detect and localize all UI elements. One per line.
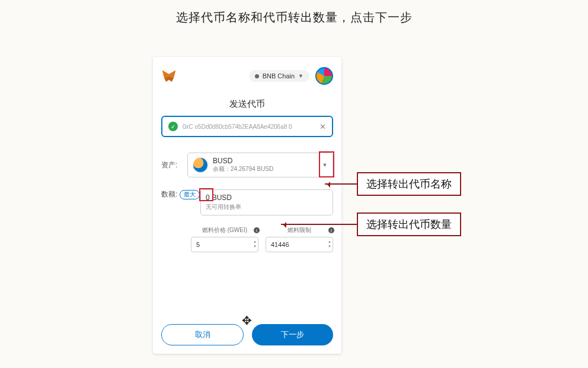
amount-unit: BUSD xyxy=(212,193,232,202)
top-bar: BNB Chain ▼ xyxy=(161,65,333,87)
metamask-fox-icon xyxy=(161,68,177,84)
chevron-down-icon: ▼ xyxy=(322,162,328,168)
account-avatar[interactable] xyxy=(315,67,333,85)
amount-subtext: 无可用转换率 xyxy=(206,203,328,211)
network-selector[interactable]: BNB Chain ▼ xyxy=(249,70,309,82)
token-symbol: BUSD xyxy=(213,157,317,165)
callout-asset-text: 选择转出代币名称 xyxy=(357,172,461,196)
cancel-button[interactable]: 取消 xyxy=(161,324,244,345)
recipient-address-value: 0xC o5Dd0d80cb574b2EAA8Ae4206a8 0 xyxy=(183,123,315,130)
network-label: BNB Chain xyxy=(263,72,295,80)
stepper-icon[interactable]: ▲▼ xyxy=(328,239,331,249)
network-dot-icon xyxy=(255,74,259,78)
info-icon[interactable]: i xyxy=(254,227,260,233)
cursor-move-icon: ✥ xyxy=(242,313,252,328)
page-instruction: 选择代币名称和代币转出数量，点击下一步 xyxy=(0,9,588,26)
wallet-window: BNB Chain ▼ 发送代币 ✓ 0xC o5Dd0d80cb574b2EA… xyxy=(153,57,341,354)
asset-row: 资产: BUSD 余额：24.26794 BUSD ▼ xyxy=(161,153,333,177)
max-button[interactable]: 最大 xyxy=(180,190,200,199)
token-icon xyxy=(193,157,208,173)
send-title: 发送代币 xyxy=(161,99,333,110)
clear-address-icon[interactable]: ✕ xyxy=(319,122,326,131)
next-button[interactable]: 下一步 xyxy=(252,324,333,345)
amount-value: 0 xyxy=(206,193,210,202)
token-balance: 余额：24.26794 BUSD xyxy=(213,165,317,173)
check-icon: ✓ xyxy=(168,122,178,131)
chevron-down-icon: ▼ xyxy=(298,73,303,79)
recipient-address-box[interactable]: ✓ 0xC o5Dd0d80cb574b2EAA8Ae4206a8 0 ✕ xyxy=(161,116,333,137)
stepper-icon[interactable]: ▲▼ xyxy=(253,239,257,249)
asset-label: 资产: xyxy=(161,160,187,170)
amount-row: 数额: 最大 0 BUSD 无可用转换率 xyxy=(161,189,333,215)
gas-limit-input[interactable] xyxy=(266,237,333,252)
callout-amount: 选择转出代币数量 xyxy=(281,212,461,236)
asset-selector[interactable]: BUSD 余额：24.26794 BUSD ▼ xyxy=(187,153,333,177)
gas-price-input[interactable] xyxy=(191,237,258,252)
callout-amount-text: 选择转出代币数量 xyxy=(357,212,461,236)
amount-input-box[interactable]: 0 BUSD 无可用转换率 xyxy=(200,189,333,215)
gas-price-label: 燃料价格 (GWEI) xyxy=(191,226,258,234)
amount-label: 数额: xyxy=(161,189,177,199)
callout-asset: 选择转出代币名称 xyxy=(325,172,461,196)
